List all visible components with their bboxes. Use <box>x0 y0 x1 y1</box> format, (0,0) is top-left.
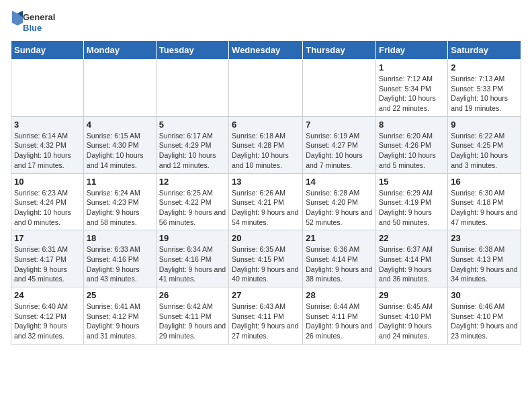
calendar-cell: 24Sunrise: 6:40 AM Sunset: 4:12 PM Dayli… <box>11 287 84 345</box>
day-number: 22 <box>379 233 445 243</box>
day-detail: Sunrise: 7:13 AM Sunset: 5:33 PM Dayligh… <box>451 74 518 113</box>
day-detail: Sunrise: 6:34 AM Sunset: 4:16 PM Dayligh… <box>159 244 226 284</box>
day-detail: Sunrise: 6:19 AM Sunset: 4:27 PM Dayligh… <box>306 131 373 171</box>
day-detail: Sunrise: 6:17 AM Sunset: 4:29 PM Dayligh… <box>159 131 226 171</box>
calendar-cell: 27Sunrise: 6:43 AM Sunset: 4:11 PM Dayli… <box>229 287 303 345</box>
calendar-cell: 26Sunrise: 6:42 AM Sunset: 4:11 PM Dayli… <box>156 287 228 345</box>
calendar-cell: 20Sunrise: 6:35 AM Sunset: 4:15 PM Dayli… <box>229 230 303 287</box>
calendar-cell: 5Sunrise: 6:17 AM Sunset: 4:29 PM Daylig… <box>156 116 228 173</box>
calendar-cell: 11Sunrise: 6:24 AM Sunset: 4:23 PM Dayli… <box>83 173 156 230</box>
calendar-cell: 14Sunrise: 6:28 AM Sunset: 4:20 PM Dayli… <box>303 173 376 230</box>
calendar-cell: 4Sunrise: 6:15 AM Sunset: 4:30 PM Daylig… <box>83 116 156 173</box>
day-number: 28 <box>306 290 373 300</box>
logo: GeneralBlue <box>11 11 64 35</box>
calendar-cell <box>156 60 228 117</box>
day-number: 16 <box>451 177 518 187</box>
header: GeneralBlue <box>11 11 521 35</box>
day-number: 13 <box>232 177 300 187</box>
day-number: 29 <box>379 290 445 300</box>
day-detail: Sunrise: 6:26 AM Sunset: 4:21 PM Dayligh… <box>232 188 300 228</box>
day-number: 23 <box>451 233 518 243</box>
day-number: 17 <box>14 233 81 243</box>
day-detail: Sunrise: 6:28 AM Sunset: 4:20 PM Dayligh… <box>306 188 373 228</box>
day-number: 1 <box>379 62 445 73</box>
day-number: 11 <box>87 177 153 187</box>
calendar-cell: 30Sunrise: 6:46 AM Sunset: 4:10 PM Dayli… <box>448 287 521 345</box>
calendar-cell: 21Sunrise: 6:36 AM Sunset: 4:14 PM Dayli… <box>303 230 376 287</box>
calendar-cell <box>229 60 303 117</box>
calendar-week-3: 10Sunrise: 6:23 AM Sunset: 4:24 PM Dayli… <box>11 173 521 230</box>
day-detail: Sunrise: 6:18 AM Sunset: 4:28 PM Dayligh… <box>232 131 300 171</box>
day-number: 18 <box>87 233 153 243</box>
day-detail: Sunrise: 6:15 AM Sunset: 4:30 PM Dayligh… <box>87 131 153 171</box>
day-detail: Sunrise: 6:24 AM Sunset: 4:23 PM Dayligh… <box>87 188 153 228</box>
day-number: 2 <box>451 62 518 73</box>
day-number: 14 <box>306 177 373 187</box>
day-number: 24 <box>14 290 81 300</box>
day-detail: Sunrise: 6:44 AM Sunset: 4:11 PM Dayligh… <box>306 302 373 341</box>
day-detail: Sunrise: 6:20 AM Sunset: 4:26 PM Dayligh… <box>379 131 445 171</box>
calendar-cell: 25Sunrise: 6:41 AM Sunset: 4:12 PM Dayli… <box>83 287 156 345</box>
day-number: 26 <box>159 290 226 300</box>
day-number: 8 <box>379 120 445 130</box>
day-number: 15 <box>379 177 445 187</box>
calendar-cell: 28Sunrise: 6:44 AM Sunset: 4:11 PM Dayli… <box>303 287 376 345</box>
svg-text:Blue: Blue <box>23 23 42 33</box>
day-number: 30 <box>451 290 518 300</box>
calendar-week-2: 3Sunrise: 6:14 AM Sunset: 4:32 PM Daylig… <box>11 116 521 173</box>
day-number: 27 <box>232 290 300 300</box>
day-detail: Sunrise: 6:23 AM Sunset: 4:24 PM Dayligh… <box>14 188 81 228</box>
day-number: 7 <box>306 120 373 130</box>
day-detail: Sunrise: 6:31 AM Sunset: 4:17 PM Dayligh… <box>14 244 81 284</box>
calendar-cell <box>83 60 156 117</box>
day-detail: Sunrise: 6:25 AM Sunset: 4:22 PM Dayligh… <box>159 188 226 228</box>
calendar-cell: 22Sunrise: 6:37 AM Sunset: 4:14 PM Dayli… <box>376 230 448 287</box>
day-number: 12 <box>159 177 226 187</box>
calendar-cell: 15Sunrise: 6:29 AM Sunset: 4:19 PM Dayli… <box>376 173 448 230</box>
calendar-week-5: 24Sunrise: 6:40 AM Sunset: 4:12 PM Dayli… <box>11 287 521 345</box>
calendar-cell: 6Sunrise: 6:18 AM Sunset: 4:28 PM Daylig… <box>229 116 303 173</box>
calendar-cell: 12Sunrise: 6:25 AM Sunset: 4:22 PM Dayli… <box>156 173 228 230</box>
day-number: 25 <box>87 290 153 300</box>
calendar-cell: 3Sunrise: 6:14 AM Sunset: 4:32 PM Daylig… <box>11 116 84 173</box>
day-detail: Sunrise: 6:30 AM Sunset: 4:18 PM Dayligh… <box>451 188 518 228</box>
header-friday: Friday <box>376 41 448 60</box>
logo-svg: GeneralBlue <box>11 11 64 35</box>
day-number: 21 <box>306 233 373 243</box>
day-detail: Sunrise: 6:14 AM Sunset: 4:32 PM Dayligh… <box>14 131 81 171</box>
calendar-cell: 2Sunrise: 7:13 AM Sunset: 5:33 PM Daylig… <box>448 60 521 117</box>
calendar-cell <box>303 60 376 117</box>
header-thursday: Thursday <box>303 41 376 60</box>
day-detail: Sunrise: 6:40 AM Sunset: 4:12 PM Dayligh… <box>14 302 81 341</box>
calendar-cell: 7Sunrise: 6:19 AM Sunset: 4:27 PM Daylig… <box>303 116 376 173</box>
day-number: 20 <box>232 233 300 243</box>
day-detail: Sunrise: 6:42 AM Sunset: 4:11 PM Dayligh… <box>159 302 226 341</box>
calendar-cell: 19Sunrise: 6:34 AM Sunset: 4:16 PM Dayli… <box>156 230 228 287</box>
calendar: SundayMondayTuesdayWednesdayThursdayFrid… <box>11 40 521 345</box>
day-number: 4 <box>87 120 153 130</box>
day-number: 9 <box>451 120 518 130</box>
day-number: 19 <box>159 233 226 243</box>
calendar-cell: 1Sunrise: 7:12 AM Sunset: 5:34 PM Daylig… <box>376 60 448 117</box>
day-detail: Sunrise: 6:29 AM Sunset: 4:19 PM Dayligh… <box>379 188 445 228</box>
day-detail: Sunrise: 6:41 AM Sunset: 4:12 PM Dayligh… <box>87 302 153 341</box>
day-detail: Sunrise: 6:36 AM Sunset: 4:14 PM Dayligh… <box>306 244 373 284</box>
calendar-week-1: 1Sunrise: 7:12 AM Sunset: 5:34 PM Daylig… <box>11 60 521 117</box>
day-detail: Sunrise: 6:35 AM Sunset: 4:15 PM Dayligh… <box>232 244 300 284</box>
calendar-cell: 16Sunrise: 6:30 AM Sunset: 4:18 PM Dayli… <box>448 173 521 230</box>
calendar-cell: 9Sunrise: 6:22 AM Sunset: 4:25 PM Daylig… <box>448 116 521 173</box>
calendar-cell: 13Sunrise: 6:26 AM Sunset: 4:21 PM Dayli… <box>229 173 303 230</box>
day-number: 10 <box>14 177 81 187</box>
day-detail: Sunrise: 6:43 AM Sunset: 4:11 PM Dayligh… <box>232 302 300 341</box>
day-number: 5 <box>159 120 226 130</box>
header-wednesday: Wednesday <box>229 41 303 60</box>
header-sunday: Sunday <box>11 41 84 60</box>
calendar-cell: 10Sunrise: 6:23 AM Sunset: 4:24 PM Dayli… <box>11 173 84 230</box>
day-detail: Sunrise: 6:46 AM Sunset: 4:10 PM Dayligh… <box>451 302 518 341</box>
calendar-cell: 29Sunrise: 6:45 AM Sunset: 4:10 PM Dayli… <box>376 287 448 345</box>
calendar-cell: 8Sunrise: 6:20 AM Sunset: 4:26 PM Daylig… <box>376 116 448 173</box>
header-saturday: Saturday <box>448 41 521 60</box>
day-number: 6 <box>232 120 300 130</box>
svg-text:General: General <box>23 12 55 22</box>
calendar-cell <box>11 60 84 117</box>
